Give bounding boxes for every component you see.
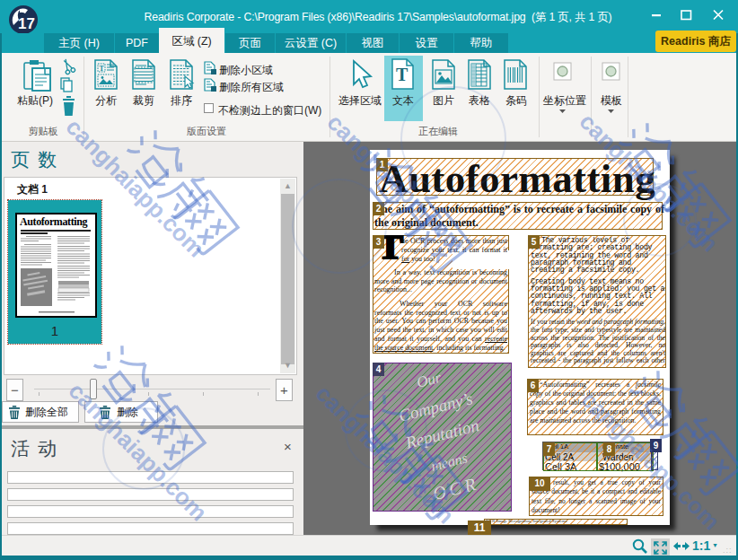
svg-text:17: 17 [18,15,35,32]
svg-text:T: T [396,65,409,84]
svg-text:T: T [100,65,105,73]
